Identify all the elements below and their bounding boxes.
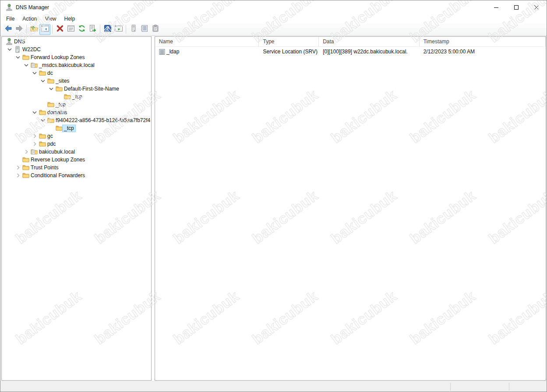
window-title: DNS Manager	[16, 4, 49, 10]
record-type-cell: Service Location (SRV)	[259, 49, 319, 55]
chevron-down-icon[interactable]	[5, 46, 14, 53]
dns-root-icon	[5, 38, 13, 45]
tree-item-label: _tcp	[54, 102, 67, 108]
record-icon	[159, 49, 166, 55]
chevron-down-icon[interactable]	[22, 62, 30, 69]
record-name: _ldap	[166, 49, 179, 55]
close-button[interactable]	[526, 0, 547, 14]
show-console-tree-button[interactable]	[39, 24, 50, 35]
column-header-type[interactable]: Type	[259, 37, 319, 47]
status-pane	[450, 383, 509, 391]
chevron-down-icon[interactable]	[30, 109, 39, 116]
toolbar-separator	[126, 25, 126, 34]
tree-item-label: bakicubuk.local	[38, 149, 76, 155]
column-header-timestamp[interactable]: Timestamp	[420, 37, 546, 47]
menu-file[interactable]: File	[2, 15, 18, 23]
forward-button[interactable]	[14, 24, 25, 35]
folder-icon	[22, 164, 29, 171]
expander-placeholder	[55, 93, 64, 100]
chevron-right-icon[interactable]	[22, 148, 30, 155]
tree-item-forward-lookup-zones[interactable]: Forward Lookup Zones	[2, 53, 151, 61]
chevron-down-icon[interactable]	[30, 70, 39, 77]
menubar: FileActionViewHelp	[0, 14, 547, 23]
server-icon	[129, 24, 138, 35]
chevron-right-icon[interactable]	[14, 164, 22, 171]
tree-item-conditional-forwarders[interactable]: Conditional Forwarders	[2, 172, 151, 179]
list-body: _ldapService Location (SRV)[0][100][389]…	[155, 47, 546, 56]
new-window-icon	[114, 24, 123, 35]
zone-icon	[30, 62, 38, 69]
close-icon	[534, 4, 539, 11]
tree-item--tcp[interactable]: _tcp	[2, 101, 151, 108]
tree-item-label: gc	[46, 133, 54, 140]
tree-item--tcp[interactable]: _tcp	[2, 93, 151, 101]
chevron-down-icon[interactable]	[39, 77, 47, 84]
tree-item-w22dc[interactable]: W22DC	[2, 46, 151, 53]
records-list-panel[interactable]: NameTypeDataTimestamp _ldapService Locat…	[155, 36, 546, 381]
tree-item-f9404222-a856-4735-b126-fa5aa7fb72f4[interactable]: f9404222-a856-4735-b126-fa5aa7fb72f4	[2, 116, 151, 124]
tree-item-default-first-site-name[interactable]: Default-First-Site-Name	[2, 85, 151, 93]
console-tree-panel[interactable]: DNSW22DCForward Lookup Zones_msdcs.bakic…	[1, 36, 152, 381]
tree-item-gc[interactable]: gc	[2, 132, 151, 140]
chevron-down-icon[interactable]	[39, 117, 47, 124]
menu-action[interactable]: Action	[18, 15, 41, 23]
column-header-name[interactable]: Name	[155, 37, 259, 47]
export-list-button[interactable]	[87, 24, 98, 35]
folder-icon	[22, 156, 29, 163]
maximize-button[interactable]	[506, 0, 526, 14]
clipboard-button[interactable]	[150, 24, 161, 35]
expander-placeholder	[39, 101, 47, 108]
tree-item-dc[interactable]: dc	[2, 69, 151, 77]
server-icon	[14, 46, 21, 53]
up-one-level-button[interactable]	[28, 24, 39, 35]
dns-app-icon	[6, 4, 13, 11]
status-pane	[509, 383, 544, 391]
tree-item-label: DNS	[13, 38, 26, 45]
folder-icon	[47, 101, 54, 108]
chevron-down-icon[interactable]	[14, 54, 22, 61]
record-row--ldap[interactable]: _ldapService Location (SRV)[0][100][389]…	[155, 47, 546, 56]
tree-item-domains[interactable]: domains	[2, 108, 151, 116]
tree-item-reverse-lookup-zones[interactable]: Reverse Lookup Zones	[2, 156, 151, 164]
column-header-data[interactable]: Data	[319, 37, 419, 47]
tree-item--msdcs-bakicubuk-local[interactable]: _msdcs.bakicubuk.local	[2, 61, 151, 69]
server-button[interactable]	[128, 24, 139, 35]
chevron-right-icon[interactable]	[30, 140, 39, 147]
tree-item-dns[interactable]: DNS	[2, 38, 151, 46]
delete-button[interactable]	[54, 24, 65, 35]
toolbar-separator	[26, 25, 27, 34]
tree-item-label: W22DC	[21, 46, 42, 53]
refresh-button[interactable]	[76, 24, 87, 35]
tree-item-label: f9404222-a856-4735-b126-fa5aa7fb72f4	[54, 117, 152, 124]
chevron-right-icon[interactable]	[30, 133, 39, 140]
back-icon	[4, 24, 13, 35]
help-button[interactable]: ?	[102, 24, 113, 35]
list-header: NameTypeDataTimestamp	[155, 37, 546, 47]
tree-item-label: Reverse Lookup Zones	[29, 157, 86, 163]
window-controls	[486, 0, 547, 14]
chevron-down-icon[interactable]	[47, 85, 55, 92]
titlebar: DNS Manager	[0, 0, 547, 14]
tree-item-trust-points[interactable]: Trust Points	[2, 164, 151, 172]
tree-item-label: dc	[46, 70, 54, 77]
forward-icon	[15, 24, 24, 35]
new-window-button[interactable]	[113, 24, 124, 35]
delete-icon	[56, 24, 64, 35]
tree-item--sites[interactable]: _sites	[2, 77, 151, 85]
dns-manager-window: DNS Manager FileActionViewHelp ? DNSW22D…	[0, 0, 547, 392]
folder-icon	[47, 117, 54, 124]
chevron-right-icon[interactable]	[14, 172, 22, 179]
tree-item--tcp[interactable]: _tcp	[2, 124, 151, 132]
menu-view[interactable]: View	[41, 15, 60, 23]
record-list-button[interactable]	[139, 24, 150, 35]
zone-icon	[30, 148, 38, 155]
tree-item-label: Trust Points	[29, 164, 60, 171]
tree-item-bakicubuk-local[interactable]: bakicubuk.local	[2, 148, 151, 156]
back-button[interactable]	[3, 24, 14, 35]
minimize-button[interactable]	[486, 0, 506, 14]
record-name-cell: _ldap	[155, 49, 259, 55]
properties-button[interactable]	[65, 24, 76, 35]
menu-help[interactable]: Help	[60, 15, 79, 23]
record-data-cell: [0][100][389] w22dc.bakicubuk.local.	[319, 49, 419, 55]
tree-item-pdc[interactable]: pdc	[2, 140, 151, 148]
